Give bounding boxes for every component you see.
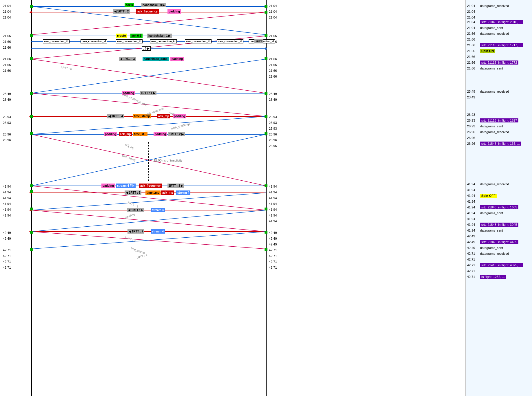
rp-srtt-9: srtt: 21413, in flight: 4375, ... <box>480 263 523 267</box>
pkt-1rtt3-label: ◀ 1RT... : 3 <box>119 57 136 61</box>
ts-right-4271-1: 42.71 <box>269 248 277 252</box>
pkt-handshake0: handshake : 0 ▶ <box>141 3 166 7</box>
rp-ts-2166-3: 21.66 <box>467 43 475 47</box>
endpoint-right-5 <box>265 57 267 60</box>
rp-ts-4249-3: 42.49 <box>467 246 475 250</box>
ts-right-2104-1: 21.04 <box>269 4 277 8</box>
pkt-1rtt1: 1RTT : 1 ▶ <box>140 91 156 95</box>
pkt-new-conn-id-1: new_connection_id <box>43 39 70 43</box>
pkt-new-conn-id-2: new_connection_id <box>81 39 107 43</box>
rp-ts-2104-5: 21.04 <box>467 26 475 30</box>
ts-left-4271-2: 42.71 <box>3 254 11 258</box>
ts-left-4271-3: 42.71 <box>3 260 11 263</box>
ts-left-4249-1: 42.49 <box>3 231 11 234</box>
svg-line-31 <box>31 134 266 186</box>
pkt-new-conn-id-4: new_connection_id <box>150 39 177 43</box>
rp-ts-2693-3: 26.93 <box>467 124 475 128</box>
rp-ts-4194-3: 41.94 <box>467 194 475 197</box>
pkt-padding-4: padding <box>104 132 117 136</box>
ts-left-4194-1: 41.94 <box>3 185 11 188</box>
ts-left-4194-4: 41.94 <box>3 202 11 206</box>
endpoint-left-10 <box>30 231 33 234</box>
pkt-padding-1: padding <box>167 9 181 14</box>
rp-ts-2104-4: 21.04 <box>467 20 475 24</box>
pkt-1rtt-newconn: 1RTT <box>254 39 263 43</box>
pkt-ack-freq-2: ack_frequency <box>139 184 162 188</box>
ts-left-2696-1: 26.96 <box>3 133 11 136</box>
rtt-diag-padding-ding: padding <box>124 212 135 219</box>
pkt-stream4-d: stream 4 <box>151 229 165 234</box>
endpoint-right-1 <box>265 5 267 8</box>
ts-left-4194-3: 41.94 <box>3 196 11 200</box>
rp-spin-on: Spin ON <box>480 49 495 53</box>
endpoint-left-1 <box>30 5 33 8</box>
rp-ts-2696-2: 26.96 <box>467 136 475 140</box>
rp-ts-4271-1: 42.71 <box>467 252 475 255</box>
rp-srtt-8: srtt: 21848, in flight: 4485 <box>480 240 518 244</box>
ts-left-2696-2: 26.96 <box>3 138 11 142</box>
endpoint-right-8 <box>265 132 267 135</box>
ts-right-2166-3: 21.66 <box>269 57 277 61</box>
rp-ts-4194-8: 41.94 <box>467 223 475 226</box>
pkt-new-conn-id-5: new_connection_id <box>185 39 212 43</box>
pkt-padding-2: padding <box>170 57 184 61</box>
rp-ts-4271-4: 42.71 <box>467 269 475 273</box>
rp-ts-4194-5: 41.94 <box>467 206 475 209</box>
rtt-diag-lime-stamp: lime_stamp <box>130 247 145 255</box>
pkt-stream4-c: stream 4 <box>151 208 165 212</box>
ts-right-2166-4: 21.66 <box>269 63 277 67</box>
rtt-diag-time-stamp-3: time_stamp <box>122 154 137 162</box>
pkt-ack-mp-2: ack_mp <box>119 132 132 136</box>
pkt-1rtt4-label: ◀ 1RTT : 4 <box>107 114 124 118</box>
svg-line-36 <box>31 232 266 249</box>
svg-line-33 <box>31 193 266 210</box>
ts-left-2104-2: 21.04 <box>3 10 11 13</box>
rp-ts-4271-3: 42.71 <box>467 263 475 267</box>
rp-srtt-4: srtt: 21118, in flight: 1827 <box>480 119 518 122</box>
ts-right-2693-1: 26.93 <box>269 115 277 119</box>
rtt-diag-1rtt-1: 1RTT : 1 <box>127 200 139 208</box>
svg-line-26 <box>31 59 266 93</box>
pkt-ack0: ack 0 <box>125 3 134 7</box>
ts-left-2104-1: 21.04 <box>3 4 11 8</box>
rp-ts-4194-9: 41.94 <box>467 229 475 232</box>
endpoint-right-9 <box>265 184 267 187</box>
rp-ts-4194-7: 41.94 <box>467 217 475 221</box>
ts-right-4194-7: 41.94 <box>269 219 277 223</box>
pkt-ack-frequency-1: ack_frequency <box>136 9 159 14</box>
pkt-time-stamp-2: time_st... <box>133 132 147 136</box>
endpoint-right-3 <box>265 34 267 37</box>
rp-ts-2104-2: 21.04 <box>467 10 475 13</box>
rp-srtt-3: srtt: 21118, in flight: 1772 <box>480 61 518 64</box>
rp-datagrams-sent-2: datagrams_sent <box>480 67 503 70</box>
ts-left-4249-2: 42.49 <box>3 237 11 240</box>
pkt-padding-5: padding <box>154 132 167 136</box>
ts-right-2349-2: 23.49 <box>269 98 277 101</box>
svg-line-29 <box>31 116 266 134</box>
ts-left-2166-1: 21.66 <box>3 34 11 38</box>
ts-left-2166-4: 21.66 <box>3 57 11 61</box>
rp-ts-2349-1: 23.49 <box>467 90 475 93</box>
ts-right-2104-2: 21.04 <box>269 10 277 13</box>
ts-right-2166-6: 21.66 <box>269 75 277 78</box>
svg-line-34 <box>31 210 266 232</box>
rp-ts-2696-1: 26.96 <box>467 130 475 134</box>
pkt-1rtt2-label: ◀ 1RTT : 2 <box>113 9 130 14</box>
rp-datagrams-sent-5: datagrams_sent <box>480 229 503 232</box>
endpoint-left-3 <box>30 57 33 60</box>
ts-right-4271-4: 42.71 <box>269 266 277 269</box>
rp-ts-4271-2: 42.71 <box>467 258 475 261</box>
endpoint-right-7 <box>265 115 267 118</box>
rp-ts-2166-7: 21.66 <box>467 67 475 70</box>
rp-datagrams-recv-6: datagrams_received <box>480 252 509 255</box>
ts-left-2166-6: 21.66 <box>3 69 11 72</box>
endpoint-right-10 <box>265 208 267 210</box>
pkt-1rtt6-label: ◀ 1RTT : 6 <box>127 208 144 212</box>
rp-ts-2696-3: 26.96 <box>467 142 475 145</box>
rp-datagrams-sent-4: datagrams_sent <box>480 211 503 215</box>
ts-left-2104-3: 21.04 <box>3 16 11 19</box>
ts-left-2166-5: 21.66 <box>3 63 11 67</box>
rp-datagrams-recv-2: datagrams_received <box>480 32 509 35</box>
endpoint-left-6 <box>30 132 33 135</box>
pkt-handshake1: handshake : 1 ▶ <box>147 34 172 38</box>
